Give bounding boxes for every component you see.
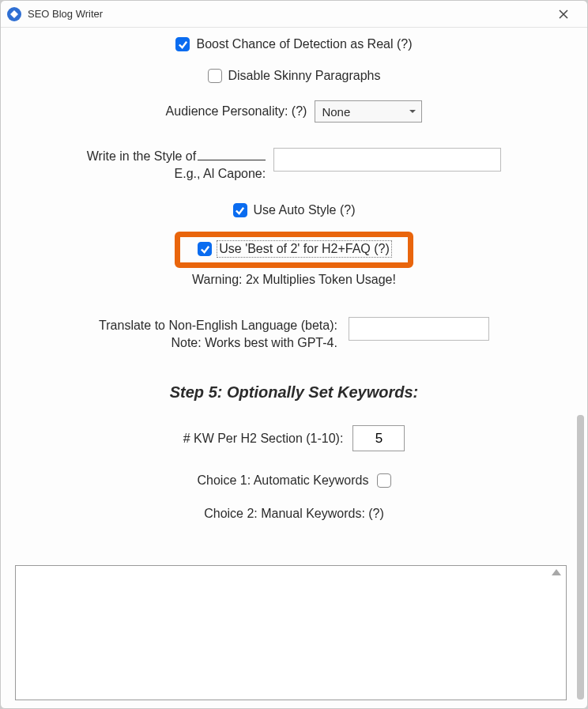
window-title: SEO Blog Writer [28,8,103,20]
write-style-input[interactable] [273,148,501,172]
boost-detection-row: Boost Chance of Detection as Real (?) [1,37,587,51]
boost-detection-checkbox[interactable] [175,37,190,51]
write-style-row: Write in the Style of E.g., Al Capone: [1,148,587,183]
translate-labels: Translate to Non-English Language (beta)… [99,317,337,352]
app-icon [7,7,21,21]
scrollbar-thumb[interactable] [577,415,584,700]
kw-per-h2-label: # KW Per H2 Section (1-10): [183,432,344,446]
write-style-labels: Write in the Style of E.g., Al Capone: [87,148,266,183]
disable-skinny-row: Disable Skinny Paragraphs [1,69,587,83]
translate-line2: Note: Works best with GPT-4. [99,334,337,352]
choice2-label: Choice 2: Manual Keywords: (?) [204,507,384,521]
choice1-label: Choice 1: Automatic Keywords [198,473,369,488]
best-of-2-highlight: Use 'Best of 2' for H2+FAQ (?) [175,232,413,268]
use-auto-style-row: Use Auto Style (?) [1,203,587,217]
choice2-row: Choice 2: Manual Keywords: (?) [1,507,587,521]
best-of-2-label: Use 'Best of 2' for H2+FAQ (?) [218,242,390,256]
close-icon [559,9,568,19]
audience-personality-select[interactable]: None [315,100,422,123]
translate-input[interactable] [349,317,489,341]
write-style-line2: E.g., Al Capone: [87,165,266,183]
chevron-down-icon [409,107,416,115]
write-style-line1: Write in the Style of [87,149,196,163]
close-button[interactable] [548,3,579,25]
manual-keywords-textarea[interactable] [15,565,567,700]
step5-heading: Step 5: Optionally Set Keywords: [1,383,587,402]
best-of-2-checkbox[interactable] [198,242,212,256]
audience-personality-row: Audience Personality: (?) None [1,100,587,123]
choice1-checkbox[interactable] [377,473,391,488]
best-of-2-warning-row: Warning: 2x Multiplies Token Usage! [1,273,587,287]
disable-skinny-label: Disable Skinny Paragraphs [228,69,381,83]
titlebar: SEO Blog Writer [1,1,587,28]
content-area: Boost Chance of Detection as Real (?) Di… [1,28,587,708]
audience-personality-value: None [322,105,350,119]
use-auto-style-label: Use Auto Style (?) [254,203,356,217]
audience-personality-label: Audience Personality: (?) [166,104,307,119]
use-auto-style-checkbox[interactable] [233,203,247,217]
best-of-2-warning: Warning: 2x Multiplies Token Usage! [192,273,396,287]
best-of-2-row: Use 'Best of 2' for H2+FAQ (?) [1,217,587,268]
kw-per-h2-input[interactable] [352,425,405,451]
translate-row: Translate to Non-English Language (beta)… [1,317,587,352]
translate-line1: Translate to Non-English Language (beta)… [99,317,337,334]
kw-per-h2-row: # KW Per H2 Section (1-10): [1,425,587,451]
choice1-row: Choice 1: Automatic Keywords [1,473,587,488]
scroll-up-arrow-icon[interactable] [552,569,561,575]
app-window: SEO Blog Writer Boost Chance of Detectio… [0,0,588,709]
disable-skinny-checkbox[interactable] [208,69,222,83]
boost-detection-label: Boost Chance of Detection as Real (?) [196,37,412,51]
